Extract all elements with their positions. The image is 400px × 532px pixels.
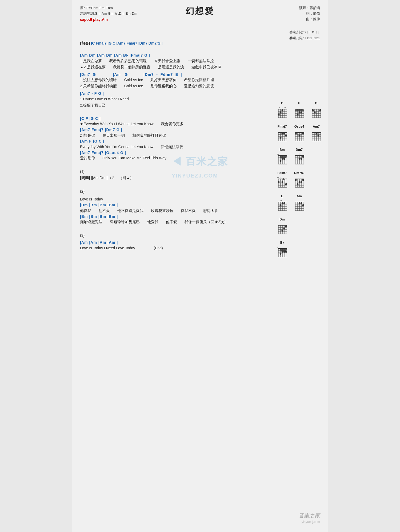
interlude-content: ||Am Dm || x２ （回▲） [91, 176, 134, 180]
svg-point-125 [278, 181, 280, 183]
svg-point-95 [283, 158, 285, 160]
composer: 曲：陳偉 [299, 17, 320, 22]
chord-C: C x o o [275, 101, 290, 120]
svg-point-109 [301, 158, 302, 160]
chord-C-grid: x o o [277, 106, 288, 120]
strum-pattern: 參考刷法:X↑↑↓X↑↑↓ [289, 29, 320, 35]
chord-Fmaj7: Fmaj7 [275, 125, 290, 143]
outro-chords: |Am |Am |Am |Am | [80, 240, 272, 245]
svg-point-180 [282, 230, 283, 232]
chorus-chords4: |Am7 Fmaj7 |Gsus4 G | [80, 150, 272, 156]
svg-point-110 [299, 158, 301, 160]
svg-point-165 [299, 202, 301, 204]
svg-point-124 [285, 183, 287, 185]
bm-lyric1: 他愛我 他不愛 他不愛還是愛我 玫瑰花當沙拉 愛我不愛 想得太多 [80, 208, 272, 214]
chord-E: E o [275, 194, 290, 213]
footer-watermark: 音樂之家 yinyuezj.com [299, 512, 320, 524]
chord-Bb: B♭ x [275, 241, 290, 259]
part2-label: (2) [80, 189, 272, 194]
intro-label: [前奏] |C Fmaj7 |G C |Am7 Fmaj7 |Dm7 Dm7/G… [80, 41, 272, 46]
chorus-chords2: |Am7 Fmaj7 |Dm7 G | [80, 127, 272, 133]
verse3-chords: |Am7 - F G | [80, 91, 272, 96]
original-key: 原KEY:Ebm-Fm-Ebm [80, 5, 137, 11]
interlude-label: [間奏] [80, 176, 90, 180]
chord-F-label: F [298, 101, 300, 105]
suggested-key: 建議男調:Gm-Am-Gm 女:Dm-Em-Dm [80, 11, 137, 17]
chord-Fdim7: Fdim7 x·o x [275, 171, 290, 190]
chord-Bm-grid: 2fr [277, 152, 288, 166]
svg-text:2fr: 2fr [277, 153, 279, 155]
chord-G-label: G [315, 101, 317, 105]
svg-point-27 [299, 112, 301, 113]
svg-point-15 [278, 114, 280, 116]
bm-lyric2: 癲蛤蟆魔咒法 烏龜珍珠加隻尾巴 他愛我 他不愛 我像一個傻瓜（回★2次） [80, 219, 272, 225]
chord-Fmaj7-label: Fmaj7 [278, 125, 287, 128]
svg-point-69 [302, 133, 304, 135]
svg-point-55 [285, 135, 287, 137]
chord-row-6: Dm [275, 218, 325, 236]
chorus-chords1: |C F |G C | [80, 116, 272, 121]
chord-Dm7-grid: o [294, 152, 305, 166]
chord-F-grid [294, 106, 305, 120]
page: 原KEY:Ebm-Fm-Ebm 建議男調:Gm-Am-Gm 女:Dm-Em-Dm… [72, 0, 328, 532]
svg-point-80 [316, 133, 318, 135]
svg-point-167 [302, 204, 304, 206]
chord-row-2: Fmaj7 [275, 125, 325, 143]
fingering-pattern: 參考指法:T121T121 [289, 35, 320, 41]
svg-point-42 [319, 109, 321, 111]
chord-Bb-label: B♭ [280, 241, 284, 245]
svg-point-96 [280, 160, 282, 162]
chord-Am7: Am7 [309, 125, 324, 143]
chord-Am7-grid [311, 129, 322, 143]
chord-F: F [292, 101, 307, 120]
footer-line1: 音樂之家 [299, 512, 320, 519]
footer-line2: yinyuezj.com [302, 520, 320, 524]
svg-point-194 [283, 251, 285, 253]
chord-Am: Am [292, 194, 307, 213]
bm-chords2: |Bm |Bm |Bm |Bm | [80, 214, 272, 219]
verse1-chords: |Am Dm |Am Dm |Am B♭ |Fmaj7 G | [80, 53, 272, 58]
pipe: | [178, 72, 182, 77]
svg-rect-192 [280, 249, 287, 251]
svg-point-28 [301, 112, 302, 113]
svg-point-138 [301, 181, 302, 183]
chord-Am-label: Am [297, 194, 302, 198]
svg-point-136 [295, 179, 297, 181]
svg-point-108 [302, 156, 304, 158]
underline-chords: Fdim7 E [161, 72, 178, 77]
chord-row-7: B♭ x [275, 241, 325, 259]
svg-point-13 [282, 109, 283, 111]
svg-point-94 [282, 158, 283, 160]
bm-chords1: |Bm |Bm |Bm |Bm | [80, 203, 272, 208]
outro-lyric: Love Is Today I Need Love Today (End) [80, 245, 272, 251]
chorus-lyric3: Everyday With You I'm Gonna Let You Know… [80, 144, 272, 150]
chord-Am-grid [294, 199, 305, 213]
verse1-section: |Am Dm |Am Dm |Am B♭ |Fmaj7 G | 1.是我在做夢 … [80, 53, 272, 70]
svg-text:o: o [299, 153, 301, 155]
svg-point-41 [314, 112, 316, 113]
chord-G-grid [311, 106, 322, 120]
svg-point-178 [285, 226, 287, 227]
part1-label: (1) [80, 169, 272, 175]
verse3-lyric2: 2.提醒了我自己 [80, 103, 272, 108]
chord-Fmaj7-grid [277, 129, 288, 143]
chord-Dm7: Dm7 o [292, 148, 307, 166]
chord-row-3: Bm 2fr [275, 148, 325, 166]
chorus-lyric2: 幻想是你 在日出那一刻 相信我的眼裡只有你 [80, 133, 272, 138]
svg-text:o: o [285, 107, 286, 108]
svg-point-195 [285, 251, 287, 253]
chord-C-label: C [281, 101, 283, 105]
verse2-section: |Dm7 G |Am G |Dm7 - Fdim7 E | 1.沒法去想你我的曖… [80, 72, 272, 89]
chord-G: G [309, 101, 324, 120]
verse3-lyric1: 1.Cause Love Is What I Need [80, 96, 272, 102]
capo: capo:6 play:Am [80, 17, 137, 22]
part2-section: (2) Love Is Today |Bm |Bm |Bm |Bm | 他愛我 … [80, 189, 272, 225]
intro-bracket: [前奏] [80, 41, 91, 45]
singer: 演唱：張韶涵 [299, 5, 320, 11]
svg-point-137 [302, 179, 304, 181]
svg-point-152 [282, 202, 283, 204]
svg-text:o: o [282, 107, 283, 108]
chords-sidebar: C x o o [275, 101, 325, 264]
svg-point-54 [283, 133, 285, 135]
svg-point-68 [299, 135, 301, 137]
